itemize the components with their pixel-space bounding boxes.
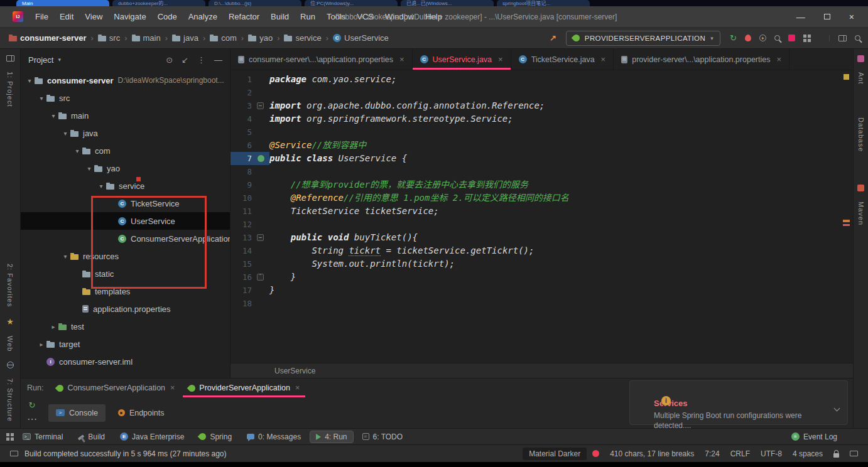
stripe-database[interactable]: Database <box>857 117 865 152</box>
settings-icon[interactable] <box>788 35 795 41</box>
menu-navigate[interactable]: Navigate <box>108 6 151 28</box>
view-tab-endpoints[interactable]: Endpoints <box>111 404 172 422</box>
chevron-down-icon[interactable] <box>834 405 840 412</box>
encoding[interactable]: UTF-8 <box>761 449 782 458</box>
collapse-all-icon[interactable]: ↙ <box>182 56 188 64</box>
tool-window-icon[interactable] <box>6 55 14 62</box>
close-tab-icon[interactable]: × <box>601 55 606 64</box>
stripe-web[interactable]: Web <box>6 336 14 352</box>
menu-view[interactable]: View <box>79 6 108 28</box>
editor-tab-ticketservice-java[interactable]: TicketService.java× <box>511 49 614 70</box>
tree-item-src[interactable]: ▾src <box>21 89 230 107</box>
info-stripe-mark[interactable] <box>843 220 850 222</box>
chevron-open-icon[interactable]: ▾ <box>60 253 70 260</box>
locate-icon[interactable]: ⊙ <box>166 56 173 64</box>
stripe-structure[interactable]: 7: Structure <box>6 378 14 422</box>
code-line[interactable]: 9 //想拿到provider的票，就要去注册中心去拿到我们的服务 <box>231 178 853 191</box>
star-icon[interactable]: ★ <box>6 318 14 326</box>
chevron-down-icon[interactable]: ▾ <box>58 56 61 63</box>
close-button[interactable]: × <box>849 12 854 22</box>
tree-item-application-properties[interactable]: application.properties <box>21 300 230 318</box>
menu-file[interactable]: File <box>30 6 54 28</box>
tool-windows-switcher-icon[interactable] <box>6 433 9 436</box>
menu-refactor[interactable]: Refactor <box>223 6 265 28</box>
spring-bean-icon[interactable] <box>258 155 264 162</box>
editor-tab-provider-server-application-properties[interactable]: provider-server\...\application.properti… <box>614 49 789 70</box>
tree-item-consumer-server-iml[interactable]: consumer-server.iml <box>21 353 230 370</box>
breadcrumb-item-java[interactable]: java <box>171 33 200 43</box>
breadcrumb-item-service[interactable]: service <box>283 33 322 43</box>
background-window-tab[interactable]: D:\...\dubbo...(js) <box>209 0 301 6</box>
chevron-open-icon[interactable]: ▾ <box>48 112 58 119</box>
tree-item-main[interactable]: ▾main <box>21 107 230 124</box>
breadcrumb-item-src[interactable]: src <box>97 33 121 43</box>
breadcrumb-item-userservice[interactable]: UserService <box>332 33 390 43</box>
chevron-open-icon[interactable]: ▾ <box>24 77 35 84</box>
stripe-project[interactable]: 1: Project <box>6 72 14 107</box>
toolwindow-button-4-run[interactable]: 4: Run <box>310 431 352 443</box>
rerun-icon[interactable]: ↻ <box>730 34 737 42</box>
search-everywhere-icon[interactable] <box>774 35 780 41</box>
fold-icon[interactable]: − <box>257 234 264 241</box>
toolwindow-button-0-messages[interactable]: 0: Messages <box>241 431 307 443</box>
code-line[interactable]: 13− public void buyTicket(){ <box>231 231 853 244</box>
tree-item-userservice[interactable]: UserService <box>21 212 230 230</box>
code-line[interactable]: 17} <box>231 284 853 297</box>
rerun-icon[interactable]: ↻ <box>29 401 36 409</box>
tree-item-test[interactable]: ▸test <box>21 318 230 335</box>
code-line[interactable]: 3−import org.apache.dubbo.config.annotat… <box>231 99 853 112</box>
code-line[interactable]: 11 TicketService ticketService; <box>231 205 853 218</box>
notification-title[interactable]: Services <box>654 399 828 408</box>
warning-stripe-mark[interactable] <box>844 74 849 80</box>
close-tab-icon[interactable]: × <box>399 55 404 64</box>
tree-item-consumerserverapplication[interactable]: ConsumerServerApplication <box>21 230 230 247</box>
maven-icon[interactable] <box>857 185 864 191</box>
project-panel-title[interactable]: Project <box>28 55 53 65</box>
background-window-tab[interactable]: 已退...已(Windows... <box>401 0 494 6</box>
chevron-open-icon[interactable]: ▾ <box>72 148 82 154</box>
debug-icon[interactable] <box>745 35 751 41</box>
menu-build[interactable]: Build <box>265 6 295 28</box>
breadcrumb-item-com[interactable]: com <box>209 33 238 43</box>
indent-setting[interactable]: 4 spaces <box>793 449 823 458</box>
tree-item-ticketservice[interactable]: TicketService <box>21 195 230 212</box>
run-tab-consumerserverapplication[interactable]: ConsumerServerApplication× <box>50 378 182 397</box>
status-message[interactable]: Build completed successfully in 5 s 964 … <box>24 449 227 458</box>
hide-icon[interactable]: — <box>214 56 222 64</box>
caret-position[interactable]: 7:24 <box>705 449 719 458</box>
code-line[interactable]: 8 <box>231 165 853 178</box>
run-tab-providerserverapplication[interactable]: ProviderServerApplication× <box>182 378 307 397</box>
fold-end-icon[interactable]: ˆ <box>257 274 264 281</box>
code-line[interactable]: 7public class UserService { <box>231 152 853 165</box>
line-ending[interactable]: CRLF <box>730 449 750 458</box>
code-line[interactable]: 10 @Reference//引用的意思 1.pom坐标 2.可以定义路径相同的… <box>231 191 853 205</box>
editor-tab-consumer-server-application-properties[interactable]: consumer-server\...\application.properti… <box>231 49 413 70</box>
background-window-tab[interactable]: dubbo+zookeeper的... <box>112 0 205 6</box>
stripe-ant[interactable]: Ant <box>857 72 865 85</box>
chevron-closed-icon[interactable]: ▸ <box>36 341 46 348</box>
fold-icon[interactable]: − <box>257 102 264 109</box>
code-line[interactable]: 5 <box>231 126 853 139</box>
run-config-selector[interactable]: PROVIDERSERVERAPPLICATION ▾ <box>566 31 720 46</box>
close-tab-icon[interactable]: × <box>170 384 175 392</box>
tree-item-java[interactable]: ▾java <box>21 124 230 142</box>
profiler-icon[interactable] <box>759 35 766 41</box>
lock-icon[interactable] <box>833 453 839 458</box>
breadcrumb-item-yao[interactable]: yao <box>247 33 274 43</box>
close-tab-icon[interactable]: × <box>295 384 300 392</box>
ant-icon[interactable] <box>857 55 864 62</box>
code-editor[interactable]: 1package com.yao.service;23−import org.a… <box>231 70 853 363</box>
toolwindow-button-java-enterprise[interactable]: Java Enterprise <box>114 431 190 443</box>
notification-popup[interactable]: i Services Multiple Spring Boot run conf… <box>629 380 848 425</box>
tree-item-target[interactable]: ▸target <box>21 335 230 353</box>
tree-item-templates[interactable]: templates <box>21 282 230 300</box>
menu-run[interactable]: Run <box>295 6 321 28</box>
tree-item-consumer-server[interactable]: ▾consumer-serverD:\ideaWorkSpace\springb… <box>21 72 230 89</box>
maximize-button[interactable] <box>824 14 830 19</box>
chevron-open-icon[interactable]: ▾ <box>36 95 46 102</box>
background-window-tab[interactable]: 位:PC(Windows)y... <box>305 0 398 6</box>
tree-item-static[interactable]: static <box>21 265 230 282</box>
code-line[interactable]: 14 String tickrt = ticketService.getTick… <box>231 244 853 257</box>
code-line[interactable]: 12 <box>231 218 853 231</box>
minimize-button[interactable]: — <box>796 12 805 22</box>
